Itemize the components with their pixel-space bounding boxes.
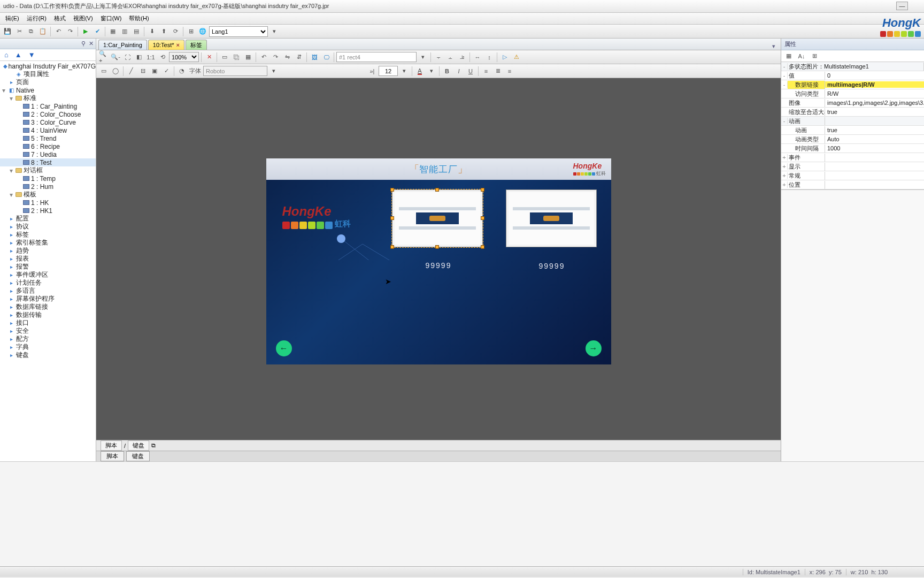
nav-down-icon[interactable]: ▼ <box>28 51 35 59</box>
dist-h-icon[interactable]: ↔ <box>472 52 483 63</box>
indent-icon[interactable]: »| <box>367 66 378 77</box>
zoom-in-icon[interactable]: 🔍+ <box>98 52 109 63</box>
window-icon[interactable]: ⊞ <box>186 26 196 37</box>
tree-node[interactable]: 1 : Car_Painting <box>0 102 96 110</box>
tree-node[interactable]: ▾◧Native <box>0 86 96 94</box>
properties-table[interactable]: -多状态图片：MultistateImage1 -值0-数据链接multiima… <box>781 62 924 189</box>
tree-node[interactable]: ▸数据传输 <box>0 311 96 319</box>
font-name-input[interactable] <box>203 66 267 76</box>
tree-node[interactable]: ▾对话框 <box>0 166 96 174</box>
refresh-icon[interactable]: ⟲ <box>157 52 168 63</box>
combo-dd-icon[interactable]: ▾ <box>418 52 428 63</box>
property-row[interactable]: 动画true <box>781 126 924 135</box>
menu-item[interactable]: 窗口(W) <box>97 13 125 24</box>
color-dd-icon[interactable]: ▾ <box>426 66 437 77</box>
bold-icon[interactable]: B <box>442 66 452 77</box>
numeric-label-2[interactable]: 99999 <box>539 262 565 270</box>
tree-node[interactable]: ▸安全 <box>0 327 96 335</box>
tree-node[interactable]: ▸屏幕保护程序 <box>0 295 96 303</box>
object-combo[interactable] <box>336 52 417 62</box>
check-icon[interactable]: ✓ <box>161 66 172 77</box>
property-row[interactable]: -数据链接multiimages|R/W <box>781 80 924 89</box>
tree-node[interactable]: 3 : Color_Curve <box>0 118 96 126</box>
tree-node[interactable]: ▸标签 <box>0 231 96 239</box>
property-row[interactable]: +显示 <box>781 162 924 171</box>
property-row[interactable]: 图像images\1.png,images\2.jpg,images\3.png… <box>781 98 924 108</box>
zoom-sel-icon[interactable]: ◧ <box>134 52 144 63</box>
lang-icon[interactable]: 🌐 <box>197 26 208 37</box>
bottom-tab[interactable]: 键盘 <box>128 440 149 451</box>
hmi-screen[interactable]: 「 智能工厂 」 HongKe 虹科 <box>266 158 611 364</box>
tree-node[interactable]: ▾模板 <box>0 191 96 199</box>
numeric-label-1[interactable]: 99999 <box>426 261 452 270</box>
property-row[interactable]: 访问类型R/W <box>781 89 924 98</box>
align-icon[interactable]: ▦ <box>107 26 118 37</box>
tree-node[interactable]: ▸接口 <box>0 319 96 327</box>
tree-node[interactable]: ▸多语言 <box>0 287 96 295</box>
menu-item[interactable]: 运行(R) <box>24 13 50 24</box>
minimize-button[interactable]: — <box>896 2 908 10</box>
design-canvas[interactable]: 「 智能工厂 」 HongKe 虹科 <box>96 78 781 440</box>
talign-r-icon[interactable]: ≡ <box>504 66 515 77</box>
property-row[interactable]: 缩放至合适大小true <box>781 108 924 117</box>
multistate-image-selected[interactable] <box>392 189 483 247</box>
property-row[interactable]: +常规 <box>781 171 924 180</box>
tree-node[interactable]: ◆hanghai Insdutry Fair_eX707G <box>0 62 96 70</box>
tree-node[interactable]: ▸配置 <box>0 215 96 223</box>
close-tab-icon[interactable]: × <box>176 42 180 48</box>
property-row[interactable]: +事件 <box>781 153 924 162</box>
tree-node[interactable]: ▸报表 <box>0 255 96 263</box>
flip-v-icon[interactable]: ⇵ <box>294 52 304 63</box>
tree-node[interactable]: ▸数据库链接 <box>0 303 96 311</box>
warning-icon[interactable]: ⚠ <box>511 52 522 63</box>
editor-tab[interactable]: 10:Test*× <box>148 40 184 50</box>
flip-h-icon[interactable]: ⇋ <box>282 52 292 63</box>
dist-v-icon[interactable]: ↕ <box>484 52 495 63</box>
save-icon[interactable]: 💾 <box>2 26 13 37</box>
talign-c-icon[interactable]: ≣ <box>492 66 503 77</box>
panel-icon[interactable]: ▣ <box>149 66 160 77</box>
cat-icon[interactable]: ▦ <box>783 51 794 62</box>
bottom-tab-2[interactable]: 脚本 <box>101 451 124 461</box>
dropdown-icon[interactable]: ▾ <box>269 26 280 37</box>
line-icon[interactable]: ╱ <box>126 66 136 77</box>
menu-item[interactable]: 辑(E) <box>2 13 22 24</box>
tree-node[interactable]: ▸事件缓冲区 <box>0 271 96 279</box>
tree-node[interactable]: ▸索引标签集 <box>0 239 96 247</box>
close-icon[interactable]: ✕ <box>89 40 94 47</box>
layout-icon[interactable]: ▥ <box>119 26 130 37</box>
cut-icon[interactable]: ✂ <box>14 26 25 37</box>
menu-item[interactable]: 格式 <box>51 13 69 24</box>
tabs-dropdown-icon[interactable]: ▾ <box>769 43 779 50</box>
italic-icon[interactable]: I <box>453 66 464 77</box>
grid-icon[interactable]: ▤ <box>131 26 142 37</box>
align-l-icon[interactable]: ⫟ <box>433 52 444 63</box>
copy-icon[interactable]: ⧉ <box>26 26 36 37</box>
property-row[interactable]: 动画类型Auto <box>781 135 924 144</box>
play2-icon[interactable]: ▷ <box>499 52 510 63</box>
download-icon[interactable]: ⬇ <box>147 26 157 37</box>
pin-icon[interactable]: ⚲ <box>81 40 86 47</box>
upload-icon[interactable]: ⬆ <box>158 26 169 37</box>
tree-node[interactable]: 2 : Color_Choose <box>0 110 96 118</box>
bottom-tab[interactable]: 脚本 <box>101 440 122 451</box>
editor-tab[interactable]: 标签 <box>186 40 207 50</box>
popout-icon[interactable]: ⧉ <box>151 442 156 449</box>
tree-node[interactable]: 2 : HK1 <box>0 207 96 215</box>
zoom-fit-icon[interactable]: ⛶ <box>122 52 133 63</box>
property-row[interactable]: 时间间隔1000 <box>781 144 924 153</box>
delete-icon[interactable]: ✕ <box>204 52 214 63</box>
image-icon[interactable]: 🖼 <box>309 52 320 63</box>
rotate-r-icon[interactable]: ↷ <box>270 52 281 63</box>
size-dd-icon[interactable]: ▾ <box>399 66 410 77</box>
tree-node[interactable]: ▸报警 <box>0 263 96 271</box>
bottom-tab-2[interactable]: 键盘 <box>126 451 150 461</box>
align-c-icon[interactable]: ⫠ <box>445 52 456 63</box>
zoom-select[interactable]: 100% <box>169 52 199 62</box>
paste-icon[interactable]: 📋 <box>37 26 48 37</box>
tree-node[interactable]: ▸协议 <box>0 223 96 231</box>
tree-node[interactable]: ▾标准 <box>0 94 96 102</box>
tree-node[interactable]: ▸趋势 <box>0 247 96 255</box>
tree-node[interactable]: ▸计划任务 <box>0 279 96 287</box>
tree-node[interactable]: 4 : UainView <box>0 126 96 134</box>
